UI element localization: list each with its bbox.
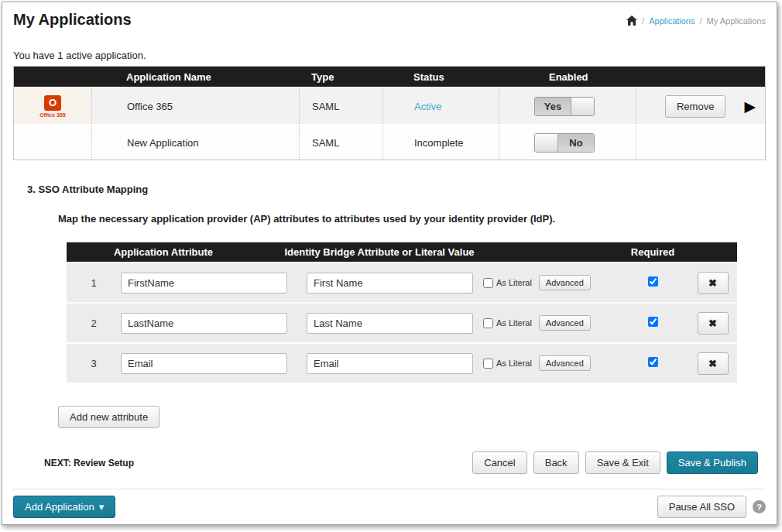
col-application-attribute: Application Attribute <box>67 246 260 258</box>
breadcrumb-current: My Applications <box>707 16 766 26</box>
toggle-knob <box>535 134 558 152</box>
advanced-button[interactable]: Advanced <box>539 355 591 371</box>
office365-logo-icon: O <box>44 95 61 111</box>
attribute-row-number: 1 <box>67 277 121 289</box>
applications-table-header: Application Name Type Status Enabled <box>14 67 765 87</box>
as-literal-group: As Literal Advanced <box>483 275 605 290</box>
attribute-row-3: 3 As Literal Advanced ✖ <box>67 344 737 383</box>
breadcrumb-applications-link[interactable]: Applications <box>649 16 695 26</box>
application-type: SAML <box>299 88 382 124</box>
page-footer: Add Application ▾ Pause All SSO ? <box>13 489 766 518</box>
attribute-mapping-header: Application Attribute Identity Bridge At… <box>67 242 737 262</box>
toggle-knob <box>571 98 594 115</box>
required-cell <box>617 276 688 289</box>
identity-bridge-attribute-input[interactable] <box>307 273 473 293</box>
application-row-office365: O Office 365 Office 365 SAML Active Yes … <box>14 87 765 124</box>
remove-attribute-cell: ✖ <box>688 352 737 375</box>
as-literal-label: As Literal <box>496 359 532 368</box>
save-publish-button[interactable]: Save & Publish <box>667 451 758 474</box>
back-button[interactable]: Back <box>533 451 579 474</box>
breadcrumb-separator: / <box>700 16 702 26</box>
office365-logo: O Office 365 <box>14 88 91 124</box>
toggle-label: No <box>558 134 594 152</box>
active-application-note: You have 1 active application. <box>13 50 766 61</box>
application-status: Active <box>382 88 499 124</box>
col-application-name: Application Name <box>91 71 299 83</box>
as-literal-label: As Literal <box>496 278 532 287</box>
enabled-cell: Yes <box>499 88 636 124</box>
identity-bridge-attribute-input[interactable] <box>307 313 473 334</box>
col-required: Required <box>499 246 737 258</box>
toggle-label: Yes <box>535 98 571 115</box>
as-literal-checkbox[interactable] <box>483 359 493 369</box>
col-type: Type <box>299 71 382 83</box>
breadcrumb-separator: / <box>642 16 644 26</box>
required-checkbox[interactable] <box>648 276 658 287</box>
add-new-attribute-button[interactable]: Add new attribute <box>58 406 159 428</box>
remove-application-button[interactable]: Remove <box>665 95 725 118</box>
attribute-row-number: 2 <box>67 317 121 329</box>
required-checkbox[interactable] <box>648 357 658 367</box>
application-attribute-input[interactable] <box>121 353 287 374</box>
attribute-mapping-table: Application Attribute Identity Bridge At… <box>67 242 737 383</box>
application-icon-empty <box>14 125 91 160</box>
remove-attribute-button[interactable]: ✖ <box>698 272 729 294</box>
applications-table: Application Name Type Status Enabled O O… <box>13 66 766 160</box>
bottom-action-row: NEXT: Review Setup Cancel Back Save & Ex… <box>13 451 766 474</box>
required-cell <box>617 357 688 369</box>
col-status: Status <box>382 71 499 83</box>
breadcrumb: / Applications / My Applications <box>626 11 766 26</box>
required-checkbox[interactable] <box>648 317 658 327</box>
application-status: Incomplete <box>382 125 499 160</box>
save-exit-button[interactable]: Save & Exit <box>585 451 660 474</box>
application-name: New Application <box>91 125 299 160</box>
enabled-toggle[interactable]: Yes <box>534 97 595 116</box>
add-application-button[interactable]: Add Application ▾ <box>13 496 115 518</box>
page-title: My Applications <box>13 11 132 29</box>
cancel-button[interactable]: Cancel <box>472 451 526 474</box>
add-application-label: Add Application <box>25 501 94 513</box>
col-identity-bridge-attribute: Identity Bridge Attribute or Literal Val… <box>260 246 499 258</box>
application-attribute-input[interactable] <box>121 313 287 334</box>
actions-cell <box>636 125 765 160</box>
section-title: 3. SSO Attribute Mapping <box>27 184 766 195</box>
office365-logo-label: Office 365 <box>39 112 65 118</box>
page-header: My Applications / Applications / My Appl… <box>13 2 766 29</box>
help-icon[interactable]: ? <box>753 500 766 513</box>
pause-all-sso-button[interactable]: Pause All SSO <box>657 496 746 518</box>
required-cell <box>617 317 688 329</box>
remove-attribute-button[interactable]: ✖ <box>698 352 729 375</box>
application-row-new-application: New Application SAML Incomplete No <box>14 124 765 160</box>
page-frame: My Applications / Applications / My Appl… <box>2 2 777 525</box>
application-type: SAML <box>299 125 382 160</box>
as-literal-checkbox[interactable] <box>483 318 493 328</box>
expand-row-icon[interactable]: ▶ <box>744 99 756 114</box>
home-icon[interactable] <box>626 15 637 26</box>
remove-attribute-cell: ✖ <box>688 272 737 294</box>
col-enabled: Enabled <box>499 71 636 83</box>
attribute-row-number: 3 <box>67 358 121 369</box>
application-attribute-input[interactable] <box>121 273 287 293</box>
enabled-cell: No <box>499 125 636 160</box>
section-description: Map the necessary application provider (… <box>58 213 766 225</box>
attribute-row-2: 2 As Literal Advanced ✖ <box>67 304 737 342</box>
as-literal-checkbox[interactable] <box>483 278 493 288</box>
actions-cell: Remove ▶ <box>636 88 765 124</box>
as-literal-group: As Literal Advanced <box>483 315 605 331</box>
advanced-button[interactable]: Advanced <box>539 315 591 331</box>
next-step-label: NEXT: Review Setup <box>44 458 134 469</box>
as-literal-label: As Literal <box>496 318 532 328</box>
advanced-button[interactable]: Advanced <box>539 275 591 290</box>
application-name: Office 365 <box>91 88 299 124</box>
identity-bridge-attribute-input[interactable] <box>307 353 473 374</box>
remove-attribute-cell: ✖ <box>688 312 737 335</box>
remove-attribute-button[interactable]: ✖ <box>698 312 729 335</box>
enabled-toggle[interactable]: No <box>534 133 595 153</box>
attribute-row-1: 1 As Literal Advanced ✖ <box>67 263 737 302</box>
as-literal-group: As Literal Advanced <box>483 355 605 371</box>
caret-down-icon: ▾ <box>99 501 105 513</box>
